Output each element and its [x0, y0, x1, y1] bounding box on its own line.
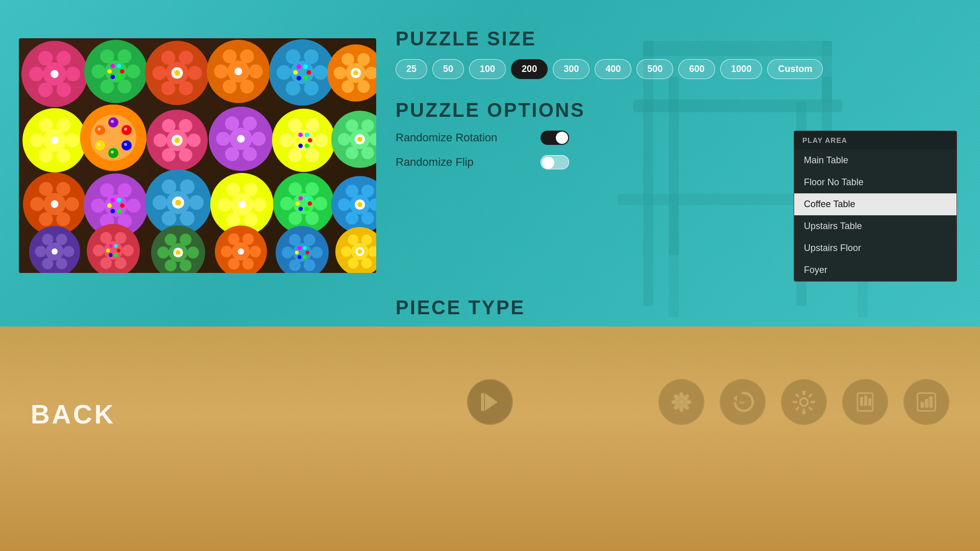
svg-rect-32	[929, 396, 933, 408]
svg-rect-12	[481, 393, 484, 411]
play-area-item-coffee-table[interactable]: Coffee Table	[794, 193, 957, 215]
play-area-header: PLAY AREA	[794, 131, 957, 149]
flower-icon	[669, 389, 694, 415]
settings-icon-button[interactable]	[781, 379, 827, 425]
play-area-item-foyer[interactable]: Foyer	[794, 259, 957, 281]
play-icon	[477, 389, 503, 415]
puzzle-options-title: PUZZLE OPTIONS	[396, 99, 957, 121]
play-area-item-upstairs-table[interactable]: Upstairs Table	[794, 215, 957, 237]
size-btn-200[interactable]: 200	[511, 59, 548, 79]
size-buttons-group: 25 50 100 200 300 400 500 600 1000 Custo…	[396, 59, 957, 79]
settings-icon	[791, 389, 817, 415]
toggle-knob-flip	[542, 157, 554, 169]
size-btn-custom[interactable]: Custom	[767, 59, 823, 79]
stats-icon	[914, 389, 939, 415]
puzzle-preview	[19, 38, 376, 273]
size-btn-50[interactable]: 50	[432, 59, 464, 79]
play-button-center[interactable]	[467, 379, 513, 425]
svg-rect-26	[860, 397, 863, 406]
play-icon-btn[interactable]	[467, 379, 513, 425]
size-btn-1000[interactable]: 1000	[720, 59, 762, 79]
play-area-item-upstairs-floor[interactable]: Upstairs Floor	[794, 237, 957, 259]
svg-rect-28	[868, 398, 871, 406]
svg-marker-11	[485, 393, 498, 411]
randomize-flip-toggle[interactable]	[541, 155, 569, 169]
svg-point-17	[684, 400, 692, 405]
flower-icon-button[interactable]	[658, 379, 704, 425]
randomize-rotation-toggle[interactable]	[541, 131, 569, 145]
size-btn-400[interactable]: 400	[595, 59, 631, 79]
svg-point-16	[672, 400, 679, 405]
size-btn-300[interactable]: 300	[553, 59, 590, 79]
stats-icon-button[interactable]	[903, 379, 949, 425]
svg-point-15	[679, 405, 684, 412]
svg-rect-27	[864, 396, 867, 406]
play-area-item-main-table[interactable]: Main Table	[794, 149, 957, 171]
svg-point-24	[800, 398, 808, 406]
rotate-icon-button[interactable]: 90°	[720, 379, 766, 425]
svg-marker-22	[733, 395, 737, 402]
rotate-icon: 90°	[730, 389, 755, 415]
size-btn-500[interactable]: 500	[636, 59, 673, 79]
randomize-flip-label: Randomize Flip	[396, 156, 474, 169]
svg-text:90°: 90°	[739, 400, 746, 405]
randomize-rotation-option: Randomize Rotation	[396, 131, 569, 145]
svg-point-14	[679, 392, 684, 399]
piece-type-title: PIECE TYPE	[396, 297, 957, 319]
palette-icon	[852, 389, 878, 415]
size-btn-25[interactable]: 25	[396, 59, 427, 79]
bottom-icons: 90°	[658, 379, 949, 425]
randomize-flip-option: Randomize Flip	[396, 155, 569, 169]
randomize-rotation-label: Randomize Rotation	[396, 131, 497, 144]
back-button[interactable]: BACK	[31, 399, 115, 430]
bottom-bar: BACK	[0, 327, 980, 551]
play-area-item-floor-no-table[interactable]: Floor No Table	[794, 171, 957, 193]
size-btn-100[interactable]: 100	[469, 59, 506, 79]
puzzle-size-title: PUZZLE SIZE	[396, 28, 957, 50]
palette-icon-button[interactable]	[842, 379, 888, 425]
svg-rect-31	[925, 399, 928, 408]
size-btn-600[interactable]: 600	[678, 59, 715, 79]
play-area-dropdown: PLAY AREA Main Table Floor No Table Coff…	[794, 131, 957, 282]
toggle-knob-rotation	[556, 132, 568, 144]
svg-rect-30	[921, 402, 924, 408]
